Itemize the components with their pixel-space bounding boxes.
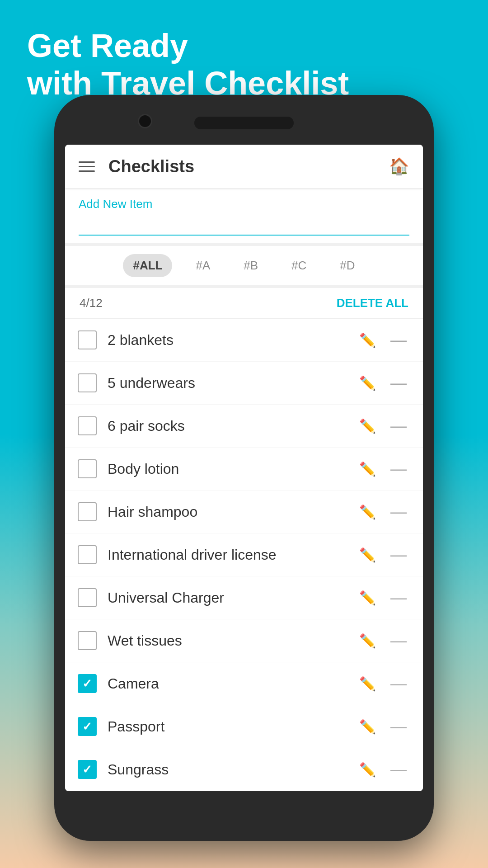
item-text-10: Sungrass [108, 761, 356, 778]
header-line1: Get Ready [27, 27, 349, 65]
remove-icon-1[interactable]: — [387, 372, 410, 394]
list-item: Hair shampoo✏️— [65, 491, 423, 533]
checklist-items: 2 blankets✏️—5 underwears✏️—6 pair socks… [65, 319, 423, 791]
edit-icon-10[interactable]: ✏️ [356, 760, 380, 779]
home-icon[interactable]: 🏠 [389, 157, 409, 176]
remove-icon-5[interactable]: — [387, 543, 410, 566]
item-actions-2: ✏️— [356, 415, 410, 437]
list-item: 6 pair socks✏️— [65, 405, 423, 448]
edit-icon-1[interactable]: ✏️ [356, 373, 380, 393]
item-actions-4: ✏️— [356, 500, 410, 523]
camera-dot [138, 114, 152, 128]
remove-icon-2[interactable]: — [387, 415, 410, 437]
item-text-9: Passport [108, 718, 356, 735]
tab-d[interactable]: #D [330, 254, 365, 277]
remove-icon-4[interactable]: — [387, 500, 410, 523]
list-item: Camera✏️— [65, 662, 423, 705]
checkbox-3[interactable] [78, 459, 97, 478]
item-count: 4/12 [80, 296, 103, 310]
tab-a[interactable]: #A [186, 254, 220, 277]
edit-icon-9[interactable]: ✏️ [356, 717, 380, 736]
tab-c[interactable]: #C [282, 254, 316, 277]
checkbox-0[interactable] [78, 330, 97, 349]
edit-icon-8[interactable]: ✏️ [356, 674, 380, 693]
add-new-label: Add New Item [79, 197, 409, 211]
list-item: 5 underwears✏️— [65, 362, 423, 405]
item-text-3: Body lotion [108, 461, 356, 477]
remove-icon-7[interactable]: — [387, 629, 410, 652]
item-actions-1: ✏️— [356, 372, 410, 394]
list-item: Passport✏️— [65, 705, 423, 748]
checklist-section: 4/12 DELETE ALL 2 blankets✏️—5 underwear… [65, 288, 423, 791]
edit-icon-7[interactable]: ✏️ [356, 631, 380, 651]
item-text-2: 6 pair socks [108, 418, 356, 434]
checkbox-4[interactable] [78, 502, 97, 521]
app-bar: Checklists 🏠 [65, 145, 423, 188]
list-item: Sungrass✏️— [65, 748, 423, 791]
remove-icon-9[interactable]: — [387, 715, 410, 738]
phone-screen: Checklists 🏠 Add New Item #ALL #A #B #C … [65, 145, 423, 791]
remove-icon-10[interactable]: — [387, 758, 410, 781]
add-item-input[interactable] [79, 215, 409, 236]
delete-all-button[interactable]: DELETE ALL [337, 296, 408, 310]
remove-icon-0[interactable]: — [387, 329, 410, 351]
checkbox-6[interactable] [78, 588, 97, 607]
filter-tabs: #ALL #A #B #C #D [65, 246, 423, 285]
item-actions-7: ✏️— [356, 629, 410, 652]
tab-b[interactable]: #B [234, 254, 268, 277]
edit-icon-4[interactable]: ✏️ [356, 502, 380, 522]
remove-icon-3[interactable]: — [387, 458, 410, 480]
item-text-6: Universal Charger [108, 590, 356, 606]
item-text-8: Camera [108, 675, 356, 692]
item-text-1: 5 underwears [108, 375, 356, 392]
checkbox-1[interactable] [78, 373, 97, 392]
checkbox-10[interactable] [78, 760, 97, 779]
list-item: Wet tissues✏️— [65, 619, 423, 662]
item-actions-0: ✏️— [356, 329, 410, 351]
item-text-5: International driver license [108, 547, 356, 563]
list-item: Universal Charger✏️— [65, 576, 423, 619]
checkbox-2[interactable] [78, 416, 97, 435]
list-item: Body lotion✏️— [65, 448, 423, 491]
checkbox-5[interactable] [78, 545, 97, 564]
item-actions-5: ✏️— [356, 543, 410, 566]
item-text-0: 2 blankets [108, 332, 356, 349]
promo-header: Get Ready with Travel Checklist [27, 27, 349, 102]
item-actions-9: ✏️— [356, 715, 410, 738]
tab-all[interactable]: #ALL [123, 254, 172, 277]
edit-icon-3[interactable]: ✏️ [356, 459, 380, 479]
edit-icon-6[interactable]: ✏️ [356, 588, 380, 608]
phone-shell: Checklists 🏠 Add New Item #ALL #A #B #C … [54, 95, 434, 841]
phone-mockup: Checklists 🏠 Add New Item #ALL #A #B #C … [54, 95, 434, 841]
list-header: 4/12 DELETE ALL [65, 288, 423, 319]
item-actions-8: ✏️— [356, 672, 410, 695]
edit-icon-5[interactable]: ✏️ [356, 545, 380, 565]
item-actions-6: ✏️— [356, 586, 410, 609]
item-actions-3: ✏️— [356, 458, 410, 480]
item-text-4: Hair shampoo [108, 504, 356, 520]
item-actions-10: ✏️— [356, 758, 410, 781]
app-title: Checklists [108, 157, 389, 176]
edit-icon-2[interactable]: ✏️ [356, 416, 380, 436]
list-item: International driver license✏️— [65, 533, 423, 576]
remove-icon-8[interactable]: — [387, 672, 410, 695]
edit-icon-0[interactable]: ✏️ [356, 330, 380, 350]
item-text-7: Wet tissues [108, 632, 356, 649]
speaker-grille [194, 117, 294, 129]
add-item-section: Add New Item [65, 188, 423, 243]
checkbox-7[interactable] [78, 631, 97, 650]
menu-icon[interactable] [79, 161, 95, 172]
remove-icon-6[interactable]: — [387, 586, 410, 609]
list-item: 2 blankets✏️— [65, 319, 423, 362]
checkbox-8[interactable] [78, 674, 97, 693]
checkbox-9[interactable] [78, 717, 97, 736]
